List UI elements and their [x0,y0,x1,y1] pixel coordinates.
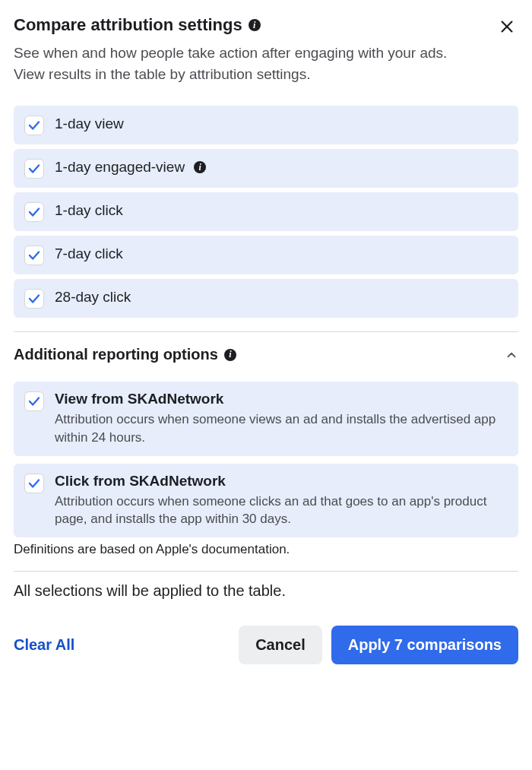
chevron-up-icon [505,348,518,362]
additional-options-list: View from SKAdNetwork Attribution occurs… [14,382,518,537]
check-icon [27,292,41,306]
option-click-skadnetwork[interactable]: Click from SKAdNetwork Attribution occur… [14,464,518,538]
checkbox[interactable] [24,391,44,411]
option-label: 28-day click [55,289,131,306]
divider [14,571,518,572]
info-icon[interactable]: i [224,349,236,361]
option-7-day-click[interactable]: 7-day click [14,236,518,274]
option-description: Attribution occurs when someone clicks a… [55,493,508,529]
option-1-day-view[interactable]: 1-day view [14,106,518,144]
checkbox[interactable] [24,474,44,493]
option-title: Click from SKAdNetwork [55,473,508,490]
check-icon [27,249,41,262]
dialog-subtitle: See when and how people take action afte… [14,43,477,84]
check-icon [27,162,41,176]
check-icon [27,477,41,490]
apply-button[interactable]: Apply 7 comparisons [331,626,518,664]
attribution-options-list: 1-day view 1-day engaged-view i 1-day cl… [14,106,518,318]
option-description: Attribution occurs when someone views an… [55,410,508,447]
clear-all-button[interactable]: Clear All [14,636,74,654]
option-view-skadnetwork[interactable]: View from SKAdNetwork Attribution occurs… [14,382,518,456]
check-icon [27,119,41,132]
option-1-day-click[interactable]: 1-day click [14,192,518,231]
option-label: 1-day engaged-view [55,159,185,176]
option-label: 7-day click [55,246,123,262]
divider [14,331,518,332]
cancel-button[interactable]: Cancel [239,626,322,664]
checkbox[interactable] [24,116,44,135]
checkbox[interactable] [24,246,44,265]
additional-note: Definitions are based on Apple's documen… [14,542,518,557]
option-title: View from SKAdNetwork [55,391,508,407]
checkbox[interactable] [24,202,44,222]
check-icon [27,395,41,408]
check-icon [27,205,41,219]
option-label: 1-day click [55,202,123,219]
option-28-day-click[interactable]: 28-day click [14,279,518,318]
section-title: Additional reporting options [14,346,218,363]
option-label: 1-day view [55,116,124,132]
dialog-title: Compare attribution settings [14,15,242,35]
info-icon[interactable]: i [194,161,206,173]
option-1-day-engaged-view[interactable]: 1-day engaged-view i [14,149,518,188]
additional-options-toggle[interactable]: Additional reporting options i [14,343,518,371]
checkbox[interactable] [24,289,44,309]
checkbox[interactable] [24,159,44,179]
close-button[interactable] [496,15,518,38]
info-icon[interactable]: i [249,19,261,31]
summary-text: All selections will be applied to the ta… [14,582,518,600]
close-icon [499,18,515,35]
